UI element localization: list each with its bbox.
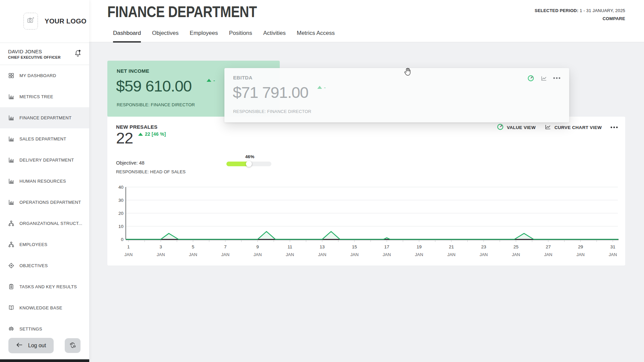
sidebar-item-finance-department[interactable]: FINANCE DEPARTMENT (0, 107, 89, 128)
curve-view-label: CURVE CHART VIEW (554, 125, 602, 130)
svg-text:1: 1 (127, 244, 130, 249)
sidebar-item-delivery-department[interactable]: DELIVERY DEPARTMENT (0, 149, 89, 171)
svg-text:0: 0 (121, 237, 123, 242)
svg-text:29: 29 (578, 244, 583, 249)
tab-objectives[interactable]: Objectives (152, 30, 178, 43)
value-view-label: VALUE VIEW (507, 125, 536, 130)
svg-text:JAN: JAN (221, 252, 230, 257)
sidebar-item-human-resources[interactable]: HUMAN RESOURCES (0, 171, 89, 192)
bar-chart-icon (8, 178, 14, 184)
svg-text:40: 40 (118, 185, 123, 190)
new-presales-card: NEW PRESALES 22 22 [46 %] Objective: 48 … (107, 117, 625, 265)
sidebar-item-tasks-and-key-results[interactable]: TASKS AND KEY RESULTS (0, 276, 89, 297)
period-value: 1 - 31 JANUARY, 2025 (580, 8, 625, 13)
svg-text:10: 10 (118, 224, 123, 229)
bar-chart-icon (8, 115, 14, 121)
user-name: DAVID JONES (8, 49, 83, 54)
presales-line-chart: 0102030401JAN3JAN5JAN7JAN9JAN11JAN13JAN1… (107, 184, 625, 262)
logo-row: YOUR LOGO (0, 0, 89, 29)
ebitda-card-dragging[interactable]: EBITDA $71 791.00 - RESPONSIBLE: FINANCE… (224, 68, 569, 122)
compare-button[interactable]: COMPARE (535, 16, 625, 21)
sidebar-item-metrics-tree[interactable]: METRICS TREE (0, 86, 89, 107)
svg-text:JAN: JAN (189, 252, 197, 257)
curve-chart-view-toggle[interactable]: CURVE CHART VIEW (544, 123, 602, 131)
ebitda-delta-value: - (324, 84, 326, 90)
sidebar-item-label: OPERATIONS DEPARTMENT (19, 200, 81, 205)
sidebar-item-organizational-struct[interactable]: ORGANIZATIONAL STRUCT... (0, 213, 89, 234)
selected-period[interactable]: SELECTED PERIOD: 1 - 31 JANUARY, 2025 (535, 8, 625, 13)
svg-text:17: 17 (384, 244, 389, 249)
sidebar-item-label: EMPLOYEES (19, 242, 47, 247)
more-options-icon[interactable] (553, 74, 560, 82)
sidebar-footer: Log out (0, 330, 89, 362)
svg-text:23: 23 (481, 244, 486, 249)
period-block: SELECTED PERIOD: 1 - 31 JANUARY, 2025 CO… (535, 8, 625, 21)
sidebar-item-sales-department[interactable]: SALES DEPARTMENT (0, 128, 89, 149)
sidebar-item-objectives[interactable]: OBJECTIVES (0, 255, 89, 276)
triangle-up-icon (317, 86, 322, 89)
svg-text:3: 3 (160, 244, 162, 249)
svg-text:JAN: JAN (286, 252, 294, 257)
svg-text:JAN: JAN (351, 252, 359, 257)
svg-text:JAN: JAN (157, 252, 165, 257)
svg-text:JAN: JAN (415, 252, 423, 257)
svg-text:20: 20 (118, 211, 123, 216)
sidebar-item-label: DELIVERY DEPARTMENT (19, 158, 74, 163)
svg-text:JAN: JAN (124, 252, 133, 257)
triangle-up-icon (207, 79, 211, 82)
book-icon (8, 305, 14, 311)
sidebar-bottom-strip (0, 359, 89, 362)
tab-bar: DashboardObjectivesEmployeesPositionsAct… (113, 30, 335, 43)
net-income-title: NET INCOME (117, 68, 149, 74)
ebitda-delta: - (317, 84, 326, 90)
sidebar-item-label: OBJECTIVES (19, 263, 48, 268)
sidebar-item-my-dashboard[interactable]: MY DASHBOARD (0, 65, 89, 86)
tab-activities[interactable]: Activities (263, 30, 286, 43)
sidebar-item-label: ORGANIZATIONAL STRUCT... (19, 221, 83, 226)
sidebar-item-label: MY DASHBOARD (19, 73, 56, 78)
sidebar-item-employees[interactable]: EMPLOYEES (0, 234, 89, 255)
sidebar-item-label: HUMAN RESOURCES (19, 179, 66, 184)
sidebar-item-label: METRICS TREE (19, 94, 53, 99)
target-icon (8, 262, 14, 269)
progress-knob[interactable] (246, 161, 252, 167)
net-income-value: $59 610.00 (116, 77, 192, 95)
sidebar-item-knowledge-base[interactable]: KNOWLEDGE BASE (0, 297, 89, 318)
logo-upload-box[interactable] (23, 13, 38, 29)
logout-label: Log out (28, 343, 46, 349)
svg-text:JAN: JAN (512, 252, 520, 257)
svg-text:19: 19 (417, 244, 422, 249)
svg-text:13: 13 (320, 244, 325, 249)
tab-positions[interactable]: Positions (229, 30, 252, 43)
svg-text:15: 15 (352, 244, 357, 249)
tab-metrics-access[interactable]: Metrics Access (297, 30, 335, 43)
svg-text:11: 11 (287, 244, 292, 249)
device-sync-button[interactable] (65, 338, 80, 353)
curve-chart-view-icon[interactable] (540, 74, 547, 82)
svg-text:7: 7 (224, 244, 227, 249)
progress-percent-label: 46% (240, 154, 259, 159)
svg-text:31: 31 (610, 244, 615, 249)
svg-text:JAN: JAN (544, 252, 552, 257)
tab-employees[interactable]: Employees (190, 30, 218, 43)
period-label: SELECTED PERIOD: (535, 8, 578, 13)
gauge-value-view-icon[interactable] (527, 74, 534, 82)
more-options-icon[interactable] (610, 124, 618, 131)
view-controls: VALUE VIEW CURVE CHART VIEW (497, 123, 618, 131)
value-view-toggle[interactable]: VALUE VIEW (497, 123, 536, 131)
sidebar-item-operations-department[interactable]: OPERATIONS DEPARTMENT (0, 192, 89, 213)
svg-text:JAN: JAN (383, 252, 391, 257)
sidebar-nav: MY DASHBOARDMETRICS TREEFINANCE DEPARTME… (0, 65, 89, 330)
logout-button[interactable]: Log out (8, 338, 54, 353)
sidebar-item-settings[interactable]: SETTINGS (0, 318, 89, 330)
device-sync-icon (69, 342, 76, 350)
camera-plus-icon (27, 16, 35, 26)
objective-label: Objective: 48 (116, 160, 145, 166)
progress-track[interactable] (226, 162, 271, 166)
gauge-icon (497, 123, 504, 131)
bar-chart-icon (8, 94, 14, 100)
ebitda-card-controls (527, 74, 560, 82)
tab-dashboard[interactable]: Dashboard (113, 30, 141, 43)
sidebar-item-label: SALES DEPARTMENT (19, 136, 66, 141)
notification-bell-icon[interactable] (74, 49, 82, 58)
